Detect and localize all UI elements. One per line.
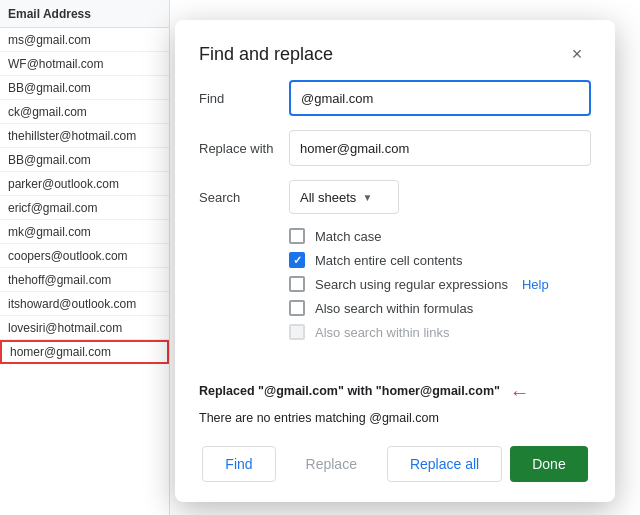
regex-label: Search using regular expressions (315, 277, 508, 292)
dialog-footer: Find Replace Replace all Done (175, 436, 615, 502)
list-item: ericf@gmail.com (0, 196, 169, 220)
search-dropdown[interactable]: All sheets ▼ (289, 180, 399, 214)
list-item: lovesiri@hotmail.com (0, 316, 169, 340)
regex-help-link[interactable]: Help (522, 277, 549, 292)
replace-input[interactable] (289, 130, 591, 166)
match-case-checkbox[interactable] (289, 228, 305, 244)
match-entire-row: Match entire cell contents (289, 252, 591, 268)
match-case-label: Match case (315, 229, 381, 244)
regex-checkbox[interactable] (289, 276, 305, 292)
dialog-header: Find and replace × (175, 20, 615, 80)
formulas-row: Also search within formulas (289, 300, 591, 316)
list-item: ms@gmail.com (0, 28, 169, 52)
result-line2: There are no entries matching @gmail.com (199, 408, 591, 428)
find-label: Find (199, 91, 289, 106)
spreadsheet-panel: Email Address ms@gmail.comWF@hotmail.com… (0, 0, 170, 515)
match-entire-label: Match entire cell contents (315, 253, 462, 268)
dialog-title: Find and replace (199, 44, 333, 65)
links-row: Also search within links (289, 324, 591, 340)
links-checkbox (289, 324, 305, 340)
find-replace-dialog: Find and replace × Find Replace with Sea… (175, 20, 615, 502)
match-entire-checkbox[interactable] (289, 252, 305, 268)
find-button[interactable]: Find (202, 446, 275, 482)
formulas-checkbox[interactable] (289, 300, 305, 316)
list-item: WF@hotmail.com (0, 52, 169, 76)
list-item: ck@gmail.com (0, 100, 169, 124)
find-row: Find (199, 80, 591, 116)
checkboxes-section: Match case Match entire cell contents Se… (199, 228, 591, 340)
regex-row: Search using regular expressions Help (289, 276, 591, 292)
list-item: thehoff@gmail.com (0, 268, 169, 292)
search-label: Search (199, 190, 289, 205)
list-item: mk@gmail.com (0, 220, 169, 244)
replace-all-button[interactable]: Replace all (387, 446, 502, 482)
arrow-icon: ← (509, 376, 529, 408)
result-message: Replaced "@gmail.com" with "homer@gmail.… (175, 364, 615, 436)
result-text: Replaced "@gmail.com" with "homer@gmail.… (199, 384, 500, 398)
replace-row: Replace with (199, 130, 591, 166)
list-item: BB@gmail.com (0, 76, 169, 100)
close-button[interactable]: × (563, 40, 591, 68)
replace-label: Replace with (199, 141, 289, 156)
dialog-body: Find Replace with Search All sheets ▼ Ma… (175, 80, 615, 364)
formulas-label: Also search within formulas (315, 301, 473, 316)
chevron-down-icon: ▼ (362, 192, 372, 203)
list-item: coopers@outlook.com (0, 244, 169, 268)
done-button[interactable]: Done (510, 446, 587, 482)
replace-button[interactable]: Replace (284, 446, 379, 482)
links-label: Also search within links (315, 325, 449, 340)
email-list: ms@gmail.comWF@hotmail.comBB@gmail.comck… (0, 28, 169, 364)
list-item: BB@gmail.com (0, 148, 169, 172)
list-item: homer@gmail.com (0, 340, 169, 364)
find-input[interactable] (289, 80, 591, 116)
list-item: parker@outlook.com (0, 172, 169, 196)
search-row: Search All sheets ▼ (199, 180, 591, 214)
list-item: thehillster@hotmail.com (0, 124, 169, 148)
list-item: itshoward@outlook.com (0, 292, 169, 316)
result-line1: Replaced "@gmail.com" with "homer@gmail.… (199, 376, 591, 408)
column-header: Email Address (0, 0, 169, 28)
match-case-row: Match case (289, 228, 591, 244)
